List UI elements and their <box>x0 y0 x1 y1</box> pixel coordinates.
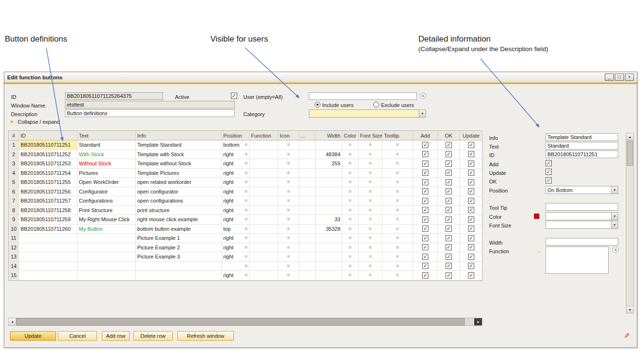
text-cell[interactable]: Without Stock <box>77 159 136 168</box>
menu-icon[interactable]: ≡ <box>369 142 372 147</box>
id-cell[interactable]: BB201805110711253 <box>19 159 77 168</box>
tooltip-cell[interactable]: ≡ <box>382 225 413 234</box>
add-cell[interactable]: ✓ <box>413 225 438 234</box>
chevron-down-icon[interactable]: ▼ <box>611 186 618 194</box>
ok-cell[interactable]: ✓ <box>438 187 460 196</box>
menu-icon[interactable]: ≡ <box>245 161 248 166</box>
color-cell[interactable]: ≡ <box>342 215 359 224</box>
update-cell[interactable]: ✓ <box>460 159 483 168</box>
menu-icon[interactable]: ≡ <box>369 152 372 157</box>
detail-tooltip-field[interactable] <box>546 203 618 211</box>
position-cell[interactable]: right≡ <box>222 169 250 178</box>
ok-cell[interactable]: ✓ <box>438 178 460 187</box>
ok-cell[interactable]: ✓ <box>438 169 460 178</box>
update-checkbox[interactable]: ✓ <box>468 142 474 148</box>
width-cell[interactable] <box>316 234 342 243</box>
color-cell[interactable]: ≡ <box>342 140 359 150</box>
menu-icon[interactable]: ≡ <box>245 152 248 157</box>
id-cell[interactable]: BB201805110711260 <box>19 225 77 234</box>
ok-cell[interactable]: ✓ <box>438 234 460 243</box>
add-checkbox[interactable]: ✓ <box>422 254 428 260</box>
id-cell[interactable]: BB201805110711255 <box>19 178 77 187</box>
text-cell[interactable] <box>77 234 136 243</box>
tooltip-cell[interactable]: ≡ <box>382 252 413 261</box>
id-cell[interactable] <box>19 243 77 252</box>
info-cell[interactable]: open configurations <box>136 196 222 205</box>
row-number-cell[interactable]: 14 <box>9 262 19 271</box>
more-cell[interactable] <box>299 187 316 196</box>
tooltip-cell[interactable]: ≡ <box>382 234 413 243</box>
tooltip-cell[interactable]: ≡ <box>382 187 413 196</box>
id-cell[interactable] <box>19 252 77 261</box>
menu-icon[interactable]: ≡ <box>396 152 399 157</box>
menu-icon[interactable]: ≡ <box>369 208 372 213</box>
width-cell[interactable] <box>316 196 342 205</box>
info-cell[interactable]: Template Standard <box>136 140 222 150</box>
scroll-down-icon[interactable]: ▼ <box>626 306 633 313</box>
tooltip-cell[interactable]: ≡ <box>382 159 413 168</box>
color-cell[interactable]: ≡ <box>342 234 359 243</box>
menu-icon[interactable]: ≡ <box>349 245 352 250</box>
menu-icon[interactable]: ≡ <box>369 217 372 222</box>
ok-cell[interactable]: ✓ <box>438 262 460 271</box>
menu-icon[interactable]: ≡ <box>396 180 399 184</box>
update-checkbox[interactable]: ✓ <box>468 235 474 241</box>
close-icon[interactable]: × <box>625 74 634 81</box>
more-cell[interactable] <box>299 196 316 205</box>
more-cell[interactable] <box>299 243 316 252</box>
menu-icon[interactable]: ≡ <box>245 142 248 147</box>
chevron-down-icon[interactable]: ▼ <box>611 221 618 228</box>
add-checkbox[interactable]: ✓ <box>422 226 428 232</box>
info-cell[interactable] <box>136 271 222 280</box>
font-size-cell[interactable]: ≡ <box>359 187 382 196</box>
row-number-cell[interactable]: 2 <box>9 150 19 159</box>
menu-icon[interactable]: ≡ <box>245 217 248 222</box>
menu-icon[interactable]: ≡ <box>287 189 290 194</box>
function-cell[interactable] <box>250 271 278 280</box>
menu-icon[interactable]: ≡ <box>349 189 352 194</box>
function-cell[interactable] <box>250 262 278 271</box>
color-cell[interactable]: ≡ <box>342 187 359 196</box>
icon-cell[interactable]: ≡ <box>278 159 299 168</box>
icon-cell[interactable]: ≡ <box>278 140 299 150</box>
menu-icon[interactable]: ≡ <box>396 171 399 175</box>
menu-icon[interactable]: ≡ <box>396 273 399 278</box>
update-checkbox[interactable]: ✓ <box>468 161 474 167</box>
update-cell[interactable]: ✓ <box>460 150 483 159</box>
menu-icon[interactable]: ≡ <box>396 226 399 231</box>
add-checkbox[interactable]: ✓ <box>422 216 428 223</box>
color-cell[interactable]: ≡ <box>342 262 359 271</box>
color-cell[interactable]: ≡ <box>342 169 359 178</box>
add-cell[interactable]: ✓ <box>413 169 438 178</box>
update-checkbox[interactable]: ✓ <box>468 226 474 232</box>
tooltip-cell[interactable]: ≡ <box>382 206 413 215</box>
column-header-num[interactable]: # <box>9 131 19 140</box>
column-header-info[interactable]: Info <box>136 131 222 140</box>
ok-cell[interactable]: ✓ <box>438 252 460 261</box>
id-field[interactable] <box>65 92 163 100</box>
ok-checkbox[interactable]: ✓ <box>446 254 452 260</box>
detail-position-select[interactable]: On Bottom ▼ <box>546 186 618 194</box>
width-cell[interactable]: 33 <box>316 215 342 224</box>
ok-checkbox[interactable]: ✓ <box>446 263 452 269</box>
add-checkbox[interactable]: ✓ <box>422 198 428 204</box>
column-header-add[interactable]: Add <box>413 131 438 140</box>
width-cell[interactable] <box>316 243 342 252</box>
font-size-cell[interactable]: ≡ <box>359 243 382 252</box>
id-cell[interactable] <box>19 234 77 243</box>
info-cell[interactable]: bottom button example <box>136 225 222 234</box>
update-cell[interactable]: ✓ <box>460 234 483 243</box>
function-cell[interactable] <box>250 178 278 187</box>
width-cell[interactable]: 255 <box>316 159 342 168</box>
text-cell[interactable] <box>77 271 136 280</box>
update-cell[interactable]: ✓ <box>460 178 483 187</box>
icon-cell[interactable]: ≡ <box>278 206 299 215</box>
row-number-cell[interactable]: 13 <box>9 252 19 261</box>
color-cell[interactable]: ≡ <box>342 225 359 234</box>
icon-cell[interactable]: ≡ <box>278 225 299 234</box>
color-cell[interactable]: ≡ <box>342 206 359 215</box>
chevron-down-icon[interactable]: ▼ <box>419 110 426 117</box>
detail-info-field[interactable] <box>546 133 618 141</box>
width-cell[interactable] <box>316 178 342 187</box>
width-cell[interactable] <box>316 262 342 271</box>
